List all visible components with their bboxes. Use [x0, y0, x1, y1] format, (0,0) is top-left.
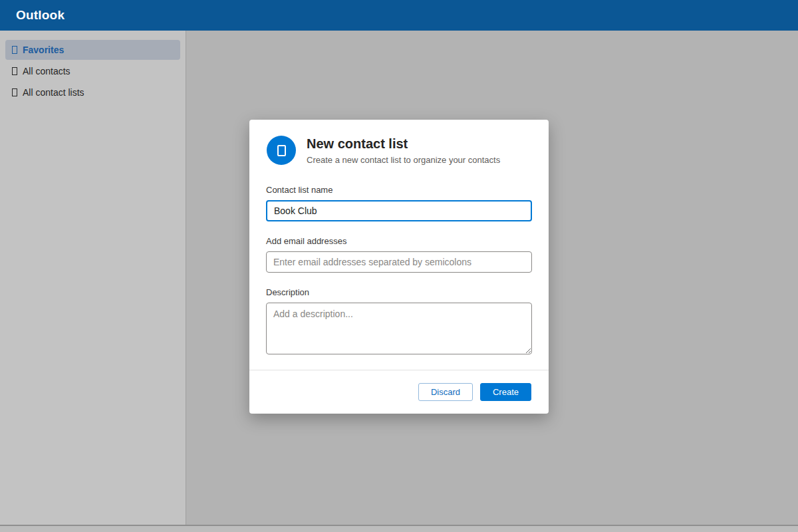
discard-button[interactable]: Discard — [418, 383, 473, 401]
sidebar: Favorites All contacts All contact lists — [0, 31, 186, 525]
dialog-subtitle: Create a new contact list to organize yo… — [307, 155, 500, 165]
dialog-header: New contact list Create a new contact li… — [249, 120, 549, 165]
favorites-icon — [12, 46, 17, 54]
dialog-title: New contact list — [307, 136, 500, 152]
email-addresses-group: Add email addresses — [266, 236, 532, 273]
contact-list-name-group: Contact list name — [266, 185, 532, 221]
contact-list-icon-glyph — [277, 145, 286, 156]
sidebar-item-label: Favorites — [23, 45, 64, 55]
description-label: Description — [266, 287, 532, 297]
app-title: Outlook — [16, 8, 65, 23]
contact-lists-icon — [12, 88, 17, 96]
email-addresses-input[interactable] — [266, 251, 532, 273]
dialog-header-text: New contact list Create a new contact li… — [307, 136, 500, 165]
create-button[interactable]: Create — [480, 383, 531, 401]
dialog-body: Contact list name Add email addresses De… — [249, 165, 549, 357]
dialog-footer: Discard Create — [249, 370, 549, 414]
app-header: Outlook — [0, 0, 798, 31]
sidebar-item-all-contact-lists[interactable]: All contact lists — [5, 82, 180, 102]
sidebar-item-all-contacts[interactable]: All contacts — [5, 61, 180, 81]
contact-list-icon — [267, 136, 296, 165]
email-addresses-label: Add email addresses — [266, 236, 532, 246]
sidebar-item-label: All contact lists — [23, 87, 84, 98]
contact-list-name-label: Contact list name — [266, 185, 532, 195]
description-textarea[interactable] — [266, 303, 532, 354]
description-group: Description — [266, 287, 532, 357]
new-contact-list-dialog: New contact list Create a new contact li… — [249, 120, 549, 414]
sidebar-item-label: All contacts — [23, 66, 70, 76]
contacts-icon — [12, 67, 17, 75]
contact-list-name-input[interactable] — [266, 200, 532, 221]
bottom-scrollbar-track — [0, 526, 798, 532]
sidebar-item-favorites[interactable]: Favorites — [5, 40, 180, 60]
